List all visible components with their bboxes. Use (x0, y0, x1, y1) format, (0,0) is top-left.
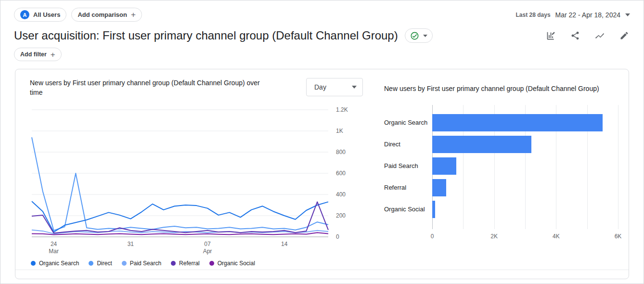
y-axis-label: 400 (336, 191, 346, 198)
legend-label: Organic Social (218, 260, 255, 267)
report-toolbar (545, 29, 630, 42)
bar-axis-label: 0 (431, 233, 434, 240)
all-users-label: All Users (33, 11, 60, 18)
bar-row (432, 155, 618, 177)
legend-label: Direct (97, 260, 112, 267)
bars (432, 105, 618, 220)
line-chart-legend: Organic SearchDirectPaid SearchReferralO… (30, 260, 363, 267)
share-button[interactable] (569, 30, 581, 41)
legend-dot (209, 261, 214, 266)
plus-icon: + (131, 11, 136, 19)
date-range-value: Mar 22 - Apr 18, 2024 (555, 11, 620, 19)
legend-dot (122, 261, 127, 266)
x-axis-label: 14 (281, 241, 288, 247)
bar[interactable] (432, 157, 456, 175)
report-card: New users by First user primary channel … (15, 69, 629, 279)
bar-axis-label: 2K (490, 233, 498, 240)
series-line-organic-social (32, 232, 328, 234)
bar[interactable] (432, 179, 446, 196)
legend-label: Organic Search (39, 260, 79, 267)
bar-axis-label: 6K (615, 233, 622, 240)
series-line-direct (32, 137, 328, 231)
y-axis-label: 800 (336, 149, 346, 155)
customize-report-button[interactable] (545, 30, 557, 42)
legend-label: Paid Search (130, 260, 161, 267)
y-axis-label: 200 (336, 212, 346, 219)
title-row: User acquisition: First user primary cha… (0, 25, 644, 44)
top-bar: A All Users Add comparison + Last 28 day… (0, 0, 644, 25)
edit-icon (619, 31, 629, 40)
add-comparison-chip[interactable]: Add comparison + (71, 8, 142, 22)
check-circle-icon (410, 31, 419, 40)
bar-plot (432, 105, 618, 229)
bar-chart-title: New users by First user primary channel … (384, 84, 618, 93)
bar-axis-label: 4K (553, 233, 560, 240)
bar-category-label: Organic Social (384, 198, 432, 220)
line-chart-section: New users by First user primary channel … (30, 78, 363, 267)
bar-row (432, 177, 618, 198)
insights-button[interactable] (593, 29, 606, 42)
x-axis-label: 24 (51, 241, 57, 247)
bar-x-axis: 02K4K6K (432, 233, 618, 241)
share-icon (570, 31, 580, 40)
add-comparison-label: Add comparison (77, 11, 127, 18)
legend-item[interactable]: Direct (89, 260, 112, 267)
bar-category-label: Paid Search (384, 155, 432, 177)
bar[interactable] (432, 114, 603, 131)
v-gridline (618, 105, 618, 229)
line-chart-title: New users by First user primary channel … (30, 78, 273, 97)
bar-row (432, 112, 618, 133)
legend-dot (171, 261, 176, 266)
chevron-down-icon (423, 35, 427, 37)
x-axis-label: Mar (49, 248, 59, 255)
x-axis-label: 07 (204, 241, 211, 247)
granularity-select[interactable]: Day (306, 78, 363, 96)
bar-category-labels: Organic SearchDirectPaid SearchReferralO… (384, 105, 432, 241)
plus-icon: + (51, 51, 55, 59)
date-range-preset: Last 28 days (516, 12, 551, 18)
add-filter-chip[interactable]: Add filter + (14, 48, 62, 61)
filter-row: Add filter + (0, 44, 644, 61)
bar-chart[interactable]: Organic SearchDirectPaid SearchReferralO… (384, 105, 618, 241)
customize-report-icon (546, 31, 556, 41)
y-axis-label: 600 (336, 170, 346, 177)
x-axis-label: 31 (128, 241, 134, 247)
bar-category-label: Organic Search (384, 112, 432, 133)
bar-category-label: Referral (384, 177, 432, 198)
legend-dot (89, 261, 93, 266)
y-axis-label: 1K (336, 128, 343, 134)
all-users-chip[interactable]: A All Users (14, 8, 66, 22)
edit-button[interactable] (618, 30, 630, 41)
insights-icon (594, 30, 605, 41)
bar[interactable] (432, 136, 531, 153)
y-axis-label: 0 (336, 233, 339, 240)
report-status-pill[interactable] (405, 28, 433, 43)
legend-label: Referral (179, 260, 200, 267)
add-filter-label: Add filter (20, 51, 47, 58)
x-axis-label: Apr (203, 248, 212, 255)
bar-category-label: Direct (384, 133, 432, 155)
y-axis-label: 1.2K (336, 106, 348, 113)
bar-row (432, 198, 618, 220)
legend-item[interactable]: Paid Search (122, 260, 161, 267)
card-divider (15, 270, 629, 270)
legend-dot (31, 261, 36, 266)
chevron-down-icon (625, 13, 630, 16)
chevron-down-icon (352, 86, 357, 89)
legend-item[interactable]: Organic Search (31, 260, 79, 267)
legend-item[interactable]: Organic Social (209, 260, 255, 267)
segment-avatar: A (20, 10, 29, 19)
date-range-selector[interactable]: Last 28 days Mar 22 - Apr 18, 2024 (516, 11, 630, 19)
page-title: User acquisition: First user primary cha… (14, 29, 398, 42)
bar[interactable] (432, 201, 435, 218)
bar-chart-section: New users by First user primary channel … (363, 78, 618, 267)
line-chart-svg[interactable]: 02004006008001K1.2K24Mar3107Apr14 (30, 102, 362, 255)
legend-item[interactable]: Referral (171, 260, 200, 267)
bar-row (432, 133, 618, 155)
granularity-value: Day (314, 83, 326, 91)
